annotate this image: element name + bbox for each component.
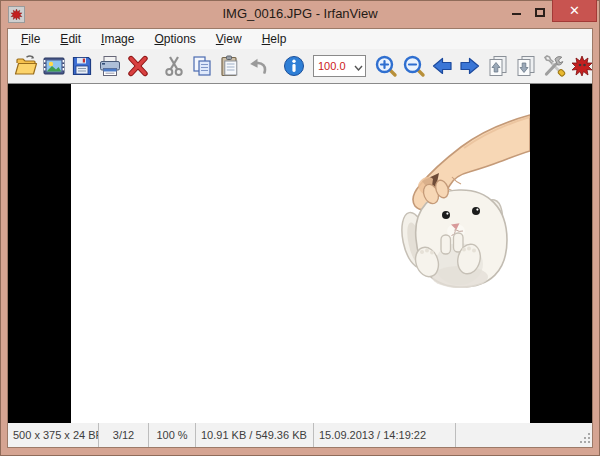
undo-icon — [246, 54, 270, 78]
page-up-icon — [486, 54, 510, 78]
status-bar: 500 x 375 x 24 BPP3/12100 %10.91 KB / 54… — [8, 423, 592, 447]
titlebar[interactable]: IMG_0016.JPG - IrfanView ✕ — [0, 0, 600, 28]
info-icon — [282, 54, 306, 78]
next-image-button[interactable] — [457, 52, 483, 80]
status-zoom: 100 % — [149, 423, 196, 447]
slideshow-icon — [42, 54, 66, 78]
close-button[interactable]: ✕ — [552, 0, 597, 22]
menu-file[interactable]: File — [11, 29, 50, 49]
photo-image — [71, 84, 530, 423]
cut-button[interactable] — [161, 52, 187, 80]
arrow-left-icon — [430, 54, 454, 78]
irfanview-window: IMG_0016.JPG - IrfanView ✕ FileEditImage… — [0, 0, 600, 456]
copy-icon — [190, 54, 214, 78]
maximize-button[interactable] — [529, 0, 551, 22]
printer-icon — [98, 54, 122, 78]
status-file-index: 3/12 — [99, 423, 149, 447]
save-icon — [70, 54, 94, 78]
status-extra — [456, 423, 592, 447]
paste-icon — [218, 54, 242, 78]
arrow-right-icon — [458, 54, 482, 78]
delete-icon — [126, 54, 150, 78]
minimize-button[interactable] — [503, 0, 529, 22]
menu-options[interactable]: Options — [144, 29, 205, 49]
zoom-out-button[interactable] — [401, 52, 427, 80]
settings-button[interactable] — [541, 52, 567, 80]
photo-illustration — [71, 84, 530, 423]
open-button[interactable] — [13, 52, 39, 80]
paste-button[interactable] — [217, 52, 243, 80]
minimize-icon — [512, 13, 521, 15]
image-canvas — [8, 84, 592, 423]
menu-bar: FileEditImageOptionsViewHelp — [8, 29, 592, 49]
zoom-in-icon — [374, 54, 398, 78]
menu-image[interactable]: Image — [91, 29, 144, 49]
zoom-out-icon — [402, 54, 426, 78]
irfanview-button[interactable] — [569, 52, 595, 80]
copy-button[interactable] — [189, 52, 215, 80]
previous-image-button[interactable] — [429, 52, 455, 80]
status-file-size: 10.91 KB / 549.36 KB — [196, 423, 314, 447]
chevron-down-icon[interactable] — [354, 57, 363, 75]
first-image-button[interactable] — [485, 52, 511, 80]
window-content: FileEditImageOptionsViewHelp — [7, 28, 593, 448]
slideshow-button[interactable] — [41, 52, 67, 80]
menu-edit[interactable]: Edit — [50, 29, 91, 49]
zoom-level-input[interactable] — [318, 60, 354, 72]
scissors-icon — [162, 54, 186, 78]
maximize-icon — [535, 8, 545, 17]
zoom-level-combo[interactable] — [313, 55, 366, 77]
toolbar — [8, 49, 592, 84]
folder-open-icon — [14, 54, 38, 78]
last-image-button[interactable] — [513, 52, 539, 80]
menu-view[interactable]: View — [206, 29, 252, 49]
close-icon: ✕ — [569, 4, 580, 17]
irfanview-splat-icon — [570, 54, 594, 78]
tools-icon — [542, 54, 566, 78]
print-button[interactable] — [97, 52, 123, 80]
info-button[interactable] — [281, 52, 307, 80]
status-dimensions: 500 x 375 x 24 BPP — [8, 423, 99, 447]
undo-button[interactable] — [245, 52, 271, 80]
status-file-date: 15.09.2013 / 14:19:22 — [314, 423, 456, 447]
page-down-icon — [514, 54, 538, 78]
save-button[interactable] — [69, 52, 95, 80]
resize-grip[interactable] — [579, 432, 591, 446]
delete-button[interactable] — [125, 52, 151, 80]
zoom-in-button[interactable] — [373, 52, 399, 80]
menu-help[interactable]: Help — [252, 29, 297, 49]
